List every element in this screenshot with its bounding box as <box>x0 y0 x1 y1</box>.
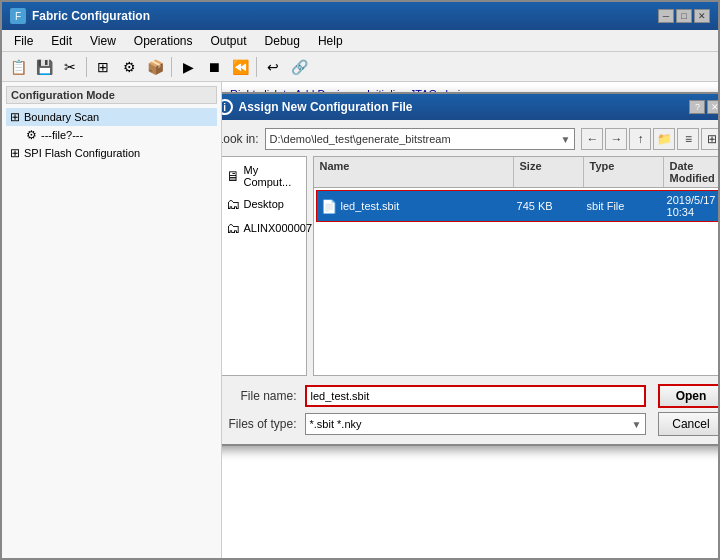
right-panel: Right click to Add Device or Initialize … <box>222 82 718 558</box>
cancel-button[interactable]: Cancel <box>658 412 718 436</box>
tree-label-spi-flash: SPI Flash Configuration <box>24 147 140 159</box>
filename-label: File name: <box>222 389 297 403</box>
toolbar-stop[interactable]: ⏹ <box>202 55 226 79</box>
alinx-icon: 🗂 <box>226 220 240 236</box>
look-in-value: D:\demo\led_test\generate_bitstream <box>270 133 451 145</box>
file-list-area: Name Size Type Date Modified 📄 <box>313 156 718 376</box>
file-type-cell: sbit File <box>587 200 667 212</box>
filetype-arrow: ▼ <box>632 419 642 430</box>
toolbar-undo[interactable]: ↩ <box>261 55 285 79</box>
file-sidebar: 🖥 My Comput... 🗂 Desktop 🗂 ALINX000007 <box>222 156 307 376</box>
col-header-name: Name <box>314 157 514 187</box>
menu-file[interactable]: File <box>6 32 41 50</box>
assign-config-dialog: i Assign New Configuration File ? ✕ Look… <box>222 92 718 446</box>
new-folder-button[interactable]: 📁 <box>653 128 675 150</box>
mycomputer-icon: 🖥 <box>226 168 240 184</box>
dialog-body: Look in: D:\demo\led_test\generate_bitst… <box>222 120 718 444</box>
look-in-dropdown[interactable]: D:\demo\led_test\generate_bitstream ▼ <box>265 128 576 150</box>
left-panel: Configuration Mode ⊞ Boundary Scan ⚙ ---… <box>2 82 222 558</box>
desktop-label: Desktop <box>244 198 284 210</box>
open-button[interactable]: Open <box>658 384 718 408</box>
tree-item-boundary-scan[interactable]: ⊞ Boundary Scan <box>6 108 217 126</box>
dialog-title: Assign New Configuration File <box>239 100 684 114</box>
dialog-overlay: i Assign New Configuration File ? ✕ Look… <box>222 82 718 558</box>
dialog-close-button[interactable]: ✕ <box>707 100 718 114</box>
filename-row: File name: Open <box>222 384 718 408</box>
col-header-type: Type <box>584 157 664 187</box>
toolbar: 📋 💾 ✂ ⊞ ⚙ 📦 ▶ ⏹ ⏪ ↩ 🔗 <box>2 52 718 82</box>
menu-help[interactable]: Help <box>310 32 351 50</box>
file-name-cell: 📄 led_test.sbit <box>321 199 517 214</box>
view-list-button[interactable]: ≡ <box>677 128 699 150</box>
toolbar-link[interactable]: 🔗 <box>287 55 311 79</box>
file-size-cell: 745 KB <box>517 200 587 212</box>
menu-bar: File Edit View Operations Output Debug H… <box>2 30 718 52</box>
file-list-body: 📄 led_test.sbit 745 KB sbit File 2019/5/… <box>314 188 718 224</box>
desktop-icon: 🗂 <box>226 196 240 212</box>
sidebar-item-mycomputer[interactable]: 🖥 My Comput... <box>222 161 302 191</box>
toolbar-new[interactable]: 📋 <box>6 55 30 79</box>
maximize-button[interactable]: □ <box>676 9 692 23</box>
file-browser: 🖥 My Comput... 🗂 Desktop 🗂 ALINX000007 <box>222 156 718 376</box>
menu-debug[interactable]: Debug <box>257 32 308 50</box>
nav-back-button[interactable]: ← <box>581 128 603 150</box>
toolbar-grid[interactable]: ⊞ <box>91 55 115 79</box>
content-area: Configuration Mode ⊞ Boundary Scan ⚙ ---… <box>2 82 718 558</box>
dialog-help-button[interactable]: ? <box>689 100 705 114</box>
filetype-value: *.sbit *.nky <box>310 418 362 430</box>
alinx-label: ALINX000007 <box>244 222 313 234</box>
look-in-row: Look in: D:\demo\led_test\generate_bitst… <box>222 128 718 150</box>
menu-view[interactable]: View <box>82 32 124 50</box>
tree-label-file: ---file?--- <box>41 129 83 141</box>
menu-edit[interactable]: Edit <box>43 32 80 50</box>
bottom-form: File name: Open Files of type: *.sbit *.… <box>222 384 718 436</box>
filetype-label: Files of type: <box>222 417 297 431</box>
mycomputer-label: My Comput... <box>244 164 298 188</box>
col-header-size: Size <box>514 157 584 187</box>
title-bar: F Fabric Configuration ─ □ ✕ <box>2 2 718 30</box>
tree-icon-boundary: ⊞ <box>10 110 20 124</box>
toolbar-settings[interactable]: ⚙ <box>117 55 141 79</box>
menu-output[interactable]: Output <box>203 32 255 50</box>
nav-up-button[interactable]: ↑ <box>629 128 651 150</box>
panel-title: Configuration Mode <box>6 86 217 104</box>
toolbar-play[interactable]: ▶ <box>176 55 200 79</box>
minimize-button[interactable]: ─ <box>658 9 674 23</box>
app-icon: F <box>10 8 26 24</box>
toolbar-back[interactable]: ⏪ <box>228 55 252 79</box>
file-row-led-test-sbit[interactable]: 📄 led_test.sbit 745 KB sbit File 2019/5/… <box>316 190 718 222</box>
file-icon-sbit: 📄 <box>321 199 337 214</box>
sidebar-item-alinx[interactable]: 🗂 ALINX000007 <box>222 217 302 239</box>
toolbar-save[interactable]: 💾 <box>32 55 56 79</box>
toolbar-package[interactable]: 📦 <box>143 55 167 79</box>
view-detail-button[interactable]: ⊞ <box>701 128 718 150</box>
file-name-text: led_test.sbit <box>341 200 400 212</box>
tree-label-boundary-scan: Boundary Scan <box>24 111 99 123</box>
toolbar-sep-1 <box>86 57 87 77</box>
tree-item-file[interactable]: ⚙ ---file?--- <box>6 126 217 144</box>
tree-icon-spi: ⊞ <box>10 146 20 160</box>
filetype-dropdown[interactable]: *.sbit *.nky ▼ <box>305 413 647 435</box>
close-button[interactable]: ✕ <box>694 9 710 23</box>
tree-item-spi-flash[interactable]: ⊞ SPI Flash Configuration <box>6 144 217 162</box>
sidebar-item-desktop[interactable]: 🗂 Desktop <box>222 193 302 215</box>
file-date-cell: 2019/5/17 10:34 <box>667 194 716 218</box>
cancel-button-container: Cancel <box>658 412 718 436</box>
look-in-nav-buttons: ← → ↑ 📁 ≡ ⊞ <box>581 128 718 150</box>
toolbar-sep-3 <box>256 57 257 77</box>
window-controls: ─ □ ✕ <box>658 9 710 23</box>
dialog-title-bar: i Assign New Configuration File ? ✕ <box>222 94 718 120</box>
look-in-arrow: ▼ <box>561 134 571 145</box>
dialog-controls: ? ✕ <box>689 100 718 114</box>
window-title: Fabric Configuration <box>32 9 652 23</box>
tree-icon-file: ⚙ <box>26 128 37 142</box>
col-header-date: Date Modified <box>664 157 718 187</box>
toolbar-sep-2 <box>171 57 172 77</box>
form-action-buttons: Open <box>658 384 718 408</box>
nav-forward-button[interactable]: → <box>605 128 627 150</box>
toolbar-cut[interactable]: ✂ <box>58 55 82 79</box>
filename-input[interactable] <box>305 385 647 407</box>
look-in-label: Look in: <box>222 132 259 146</box>
menu-operations[interactable]: Operations <box>126 32 201 50</box>
file-list-header: Name Size Type Date Modified <box>314 157 718 188</box>
